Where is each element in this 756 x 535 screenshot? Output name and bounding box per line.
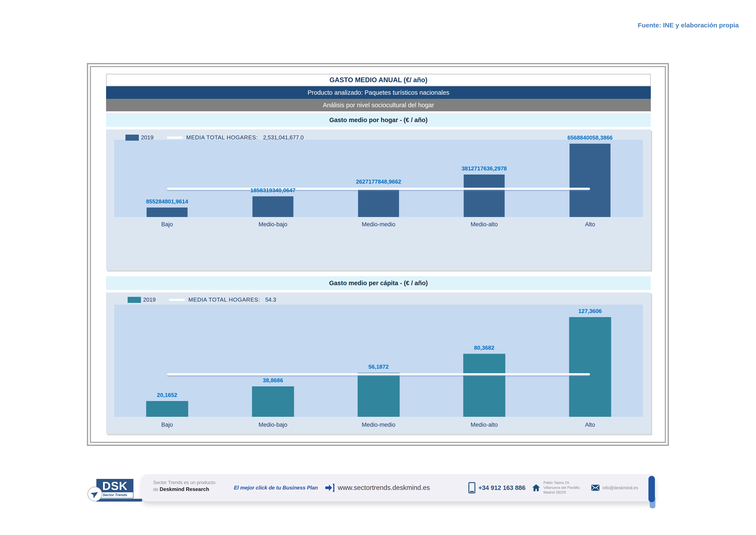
plot-area: 855284801,96141858319340,06472627177848,… (114, 140, 643, 217)
dsk-logo: DSK Sector Trends (88, 478, 141, 510)
value-label-medio-bajo: 1858319340,0647 (250, 187, 296, 194)
legend-series-label: 2019 (141, 134, 153, 141)
report-page: { "page": { "source_note": "Fuente: INE … (0, 0, 756, 535)
paper-plane-icon (91, 490, 99, 498)
category-label-alto: Alto (585, 422, 595, 428)
value-label-bajo: 855284801,9614 (146, 198, 188, 205)
source-note: Fuente: INE y elaboración propia (638, 21, 739, 29)
footer-address-line1: Pablo Tejera 24. (543, 481, 570, 485)
bar-medio-bajo (252, 386, 294, 417)
legend-mean-line-swatch (167, 137, 183, 139)
section-title-per-household: Gasto medio por hogar - (€ / año) (106, 113, 651, 127)
bar-medio-alto (463, 354, 505, 417)
value-label-medio-alto: 80,3682 (474, 345, 494, 351)
footer-email[interactable]: info@deskmind.es (603, 485, 638, 490)
category-axis: BajoMedio-bajoMedio-medioMedio-altoAlto (114, 221, 643, 230)
logo-sublabel: Sector Trends (97, 492, 133, 498)
footer-accent-capsule (648, 476, 655, 502)
footer-address-group: Pablo Tejera 24. Villanueva del Pardillo… (532, 474, 580, 501)
chart-legend: 2019 MEDIA TOTAL HOGARES: 54.3 (128, 296, 276, 303)
legend-mean-value: 2,531,041,677.0 (263, 134, 304, 141)
chart-legend: 2019 MEDIA TOTAL HOGARES: 2,531,041,677.… (125, 134, 304, 141)
report-frame: GASTO MEDIO ANUAL (€/ año) Producto anal… (87, 63, 669, 446)
bar-alto (570, 144, 610, 217)
footer-product-line2-prefix: de (153, 487, 160, 492)
chart-per-capita: 2019 MEDIA TOTAL HOGARES: 54.3 20,165238… (106, 293, 651, 434)
bar-medio-medio (358, 188, 399, 217)
legend-series-label: 2019 (143, 296, 156, 303)
footer-address: Pablo Tejera 24. Villanueva del Pardillo… (543, 480, 580, 495)
product-analyzed-bar: Producto analizado: Paquetes turísticos … (106, 86, 651, 99)
house-icon (532, 484, 540, 491)
category-label-medio-medio: Medio-medio (362, 221, 395, 228)
footer-address-line3: Madrid 28229 (543, 490, 566, 494)
bar-medio-medio (358, 373, 400, 417)
legend-mean-label: MEDIA TOTAL HOGARES: (188, 296, 260, 303)
footer-tagline: El mejor click de tu Business Plan (234, 474, 318, 501)
bar-bajo (147, 208, 188, 217)
category-label-medio-bajo: Medio-bajo (258, 221, 287, 228)
legend-mean-value: 54.3 (265, 296, 276, 303)
category-label-bajo: Bajo (161, 221, 173, 228)
legend-mean-line-swatch (169, 299, 185, 301)
category-label-medio-bajo: Medio-bajo (258, 422, 287, 428)
logo-acronym: DSK (97, 479, 133, 492)
value-label-medio-medio: 2627177848,9662 (356, 179, 401, 185)
category-label-bajo: Bajo (161, 422, 173, 428)
footer-address-line2: Villanueva del Pardillo. (543, 486, 580, 490)
plot-area: 20,165238,868656,187280,3682127,3606 (114, 305, 643, 417)
chart-per-household: 2019 MEDIA TOTAL HOGARES: 2,531,041,677.… (106, 129, 651, 270)
footer-bar: Sector Trends es un producto de Deskmind… (142, 474, 656, 501)
value-label-medio-alto: 3812717636,2978 (462, 165, 507, 172)
value-label-alto: 6568840058,3866 (567, 134, 613, 141)
value-label-medio-bajo: 38,8686 (263, 377, 283, 384)
footer-website[interactable]: www.sectortrends.deskmind.es (338, 484, 430, 492)
report-frame-inner: GASTO MEDIO ANUAL (€/ año) Producto anal… (90, 66, 666, 443)
footer-company-name: Deskmind Research (160, 486, 209, 492)
footer-product-line1: Sector Trends es un producto (153, 480, 215, 485)
value-label-alto: 127,3606 (579, 308, 602, 315)
bar-alto (569, 317, 611, 417)
bar-medio-bajo (253, 196, 293, 217)
value-label-medio-medio: 56,1872 (368, 363, 389, 370)
bar-bajo (146, 401, 188, 417)
bar-medio-alto (464, 175, 505, 217)
category-label-medio-alto: Medio-alto (471, 422, 498, 428)
category-label-alto: Alto (585, 221, 595, 228)
arrow-right-bracket-icon (325, 483, 335, 492)
legend-series-swatch (128, 297, 141, 303)
footer-email-group: info@deskmind.es (591, 474, 638, 501)
mobile-phone-icon (469, 482, 475, 493)
footer-phone: +34 912 163 886 (478, 484, 526, 492)
value-label-bajo: 20,1652 (157, 392, 177, 398)
report-title: GASTO MEDIO ANUAL (€/ año) (106, 74, 651, 86)
category-axis: BajoMedio-bajoMedio-medioMedio-altoAlto (114, 422, 643, 430)
section-title-per-capita: Gasto medio per cápita - (€ / año) (106, 276, 651, 290)
envelope-icon (591, 485, 600, 491)
footer-phone-group: +34 912 163 886 (469, 474, 526, 501)
analysis-level-bar: Análisis por nivel sociocultural del hog… (106, 99, 651, 111)
logo-underline-strip (96, 499, 142, 501)
mean-line (167, 188, 590, 190)
footer-product-text: Sector Trends es un producto de Deskmind… (153, 479, 215, 493)
footer-website-group: www.sectortrends.deskmind.es (325, 474, 430, 501)
legend-mean-label: MEDIA TOTAL HOGARES: (186, 134, 258, 141)
category-label-medio-medio: Medio-medio (362, 422, 395, 428)
mean-line (167, 373, 590, 375)
category-label-medio-alto: Medio-alto (471, 221, 498, 228)
logo-circle (88, 487, 102, 501)
legend-series-swatch (125, 135, 139, 141)
